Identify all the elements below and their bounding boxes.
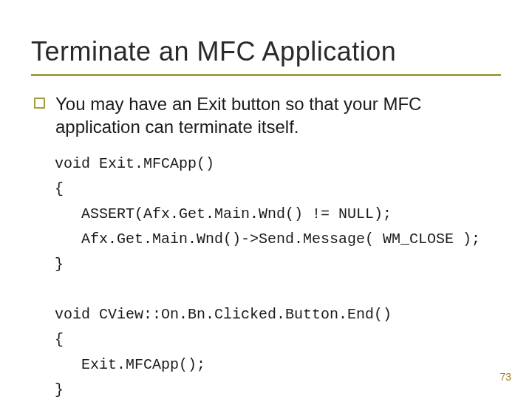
page-title: Terminate an MFC Application <box>31 37 501 66</box>
bullet-text: You may have an Exit button so that your… <box>55 92 501 138</box>
slide: Terminate an MFC Application You may hav… <box>0 0 532 399</box>
page-number: 73 <box>499 371 511 383</box>
slide-body: You may have an Exit button so that your… <box>31 92 501 399</box>
bullet-item: You may have an Exit button so that your… <box>34 92 501 138</box>
square-bullet-icon <box>34 98 45 109</box>
code-block: void Exit.MFCApp() { ASSERT(Afx.Get.Main… <box>55 151 501 399</box>
title-underline <box>31 74 501 76</box>
